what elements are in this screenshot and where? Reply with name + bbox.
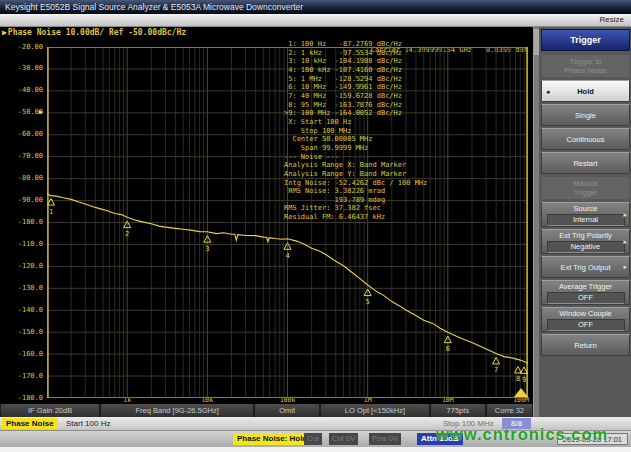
- readout-line: X: Start 100 Hz: [284, 118, 427, 127]
- x-axis-tick-label: 1k: [123, 397, 131, 404]
- readout-line: 193.789 mdeg: [284, 196, 427, 205]
- menu-item-value: Internal: [547, 214, 625, 226]
- svg-text:6: 6: [446, 345, 450, 353]
- menu-item-label: Phase Noise: [564, 66, 607, 75]
- trace-header: ▶Phase Noise 10.00dB/ Ref -50.00dBc/Hz: [2, 28, 186, 37]
- watermark-text: www.cntronics.com: [436, 425, 608, 444]
- svg-text:2: 2: [125, 230, 129, 238]
- menu-scrollbar[interactable]: [534, 27, 539, 417]
- y-axis-tick-label: -150.0: [0, 329, 43, 336]
- svg-text:3: 3: [205, 245, 209, 253]
- start-frequency-label: Start 100 Hz: [66, 418, 110, 429]
- readout-line: 2: 1 kHz -97.5534 dBc/Hz: [284, 49, 427, 58]
- y-axis-tick-label: -180.0: [0, 395, 43, 402]
- menu-item-window-couple[interactable]: Window CoupleOFF: [541, 307, 630, 332]
- menu-scrollbar-thumb[interactable]: [534, 29, 539, 55]
- svg-text:4: 4: [285, 252, 289, 260]
- menu-item-average-trigger[interactable]: Average TriggerOFF: [541, 280, 630, 305]
- menu-items: Trigger toPhase Noise●HoldSingleContinuo…: [541, 54, 630, 356]
- readout-line: RMS Noise: 3.38226 mrad: [284, 187, 427, 196]
- y-axis-tick-label: -120.0: [0, 263, 43, 270]
- y-axis-tick-label: -80.00: [0, 175, 43, 182]
- ref-level-arrow-icon: ▶: [0, 109, 43, 116]
- instrument-screen: ▶Phase Noise 10.00dB/ Ref -50.00dBc/Hz C…: [0, 27, 533, 417]
- status-segment-lo-opt-150khz: LO Opt [<150kHz]: [321, 404, 429, 417]
- svg-text:8: 8: [516, 375, 520, 383]
- status-segment-corre-32: Corre 32: [487, 404, 532, 417]
- readout-line: RMS Jitter: 37.382 fsec: [284, 204, 427, 213]
- svg-text:1: 1: [49, 208, 53, 216]
- measurement-status-row: IF Gain 20dBFreq Band [9G-26.5GHz]OmitLO…: [0, 404, 533, 417]
- status-segment-freq-band-9g-26-5ghz: Freq Band [9G-26.5GHz]: [101, 404, 253, 417]
- active-trace-arrow-icon: ▶: [2, 28, 7, 37]
- window-title-bar: Keysight E5052B Signal Source Analyzer &…: [0, 0, 631, 14]
- menu-item-label: Trigger: [574, 188, 597, 197]
- readout-line: Analysis Range X: Band Marker: [284, 161, 427, 170]
- resize-bar: Resize: [0, 14, 631, 27]
- status-segment-if-gain-20db: IF Gain 20dB: [1, 404, 99, 417]
- marker-readout-block: 1: 100 Hz -87.2769 dBc/Hz 2: 1 kHz -97.5…: [284, 40, 427, 222]
- power-voltage-badge: Pow 0V: [369, 433, 401, 445]
- readout-line: 3: 10 kHz -104.1988 dBc/Hz: [284, 57, 427, 66]
- menu-item-label: Return: [574, 341, 597, 350]
- menu-item-label: Hold: [577, 87, 594, 96]
- menu-item-label: Manual: [573, 179, 598, 188]
- application-window: Keysight E5052B Signal Source Analyzer &…: [0, 0, 631, 452]
- y-axis-tick-label: -110.0: [0, 241, 43, 248]
- readout-line: --- Noise ---: [284, 153, 427, 162]
- readout-line: 1: 100 Hz -87.2769 dBc/Hz: [284, 40, 427, 49]
- trace-scale-label: Phase Noise 10.00dB/ Ref -50.00dBc/Hz: [8, 28, 186, 37]
- x-axis-tick-label: 10M: [442, 397, 454, 404]
- menu-item-value: Negative: [547, 241, 625, 253]
- y-axis-tick-label: -90.00: [0, 197, 43, 204]
- menu-item-restart[interactable]: Restart: [541, 152, 630, 174]
- y-axis-tick-label: -170.0: [0, 373, 43, 380]
- y-axis-tick-label: -20.00: [0, 44, 43, 51]
- svg-text:9: 9: [522, 376, 526, 384]
- menu-item-return[interactable]: Return: [541, 334, 630, 356]
- menu-item-label: Average Trigger: [559, 282, 612, 291]
- x-axis-tick-label: 100M: [513, 397, 529, 404]
- menu-item-label: Trigger to: [570, 57, 602, 66]
- menu-item-hold[interactable]: ●Hold: [541, 80, 630, 102]
- x-axis-tick-label: 100k: [280, 397, 296, 404]
- softkey-menu-panel: Trigger Trigger toPhase Noise●HoldSingle…: [533, 27, 631, 417]
- y-axis-tick-label: -160.0: [0, 351, 43, 358]
- resize-button[interactable]: Resize: [600, 14, 624, 26]
- readout-line: Analysis Range Y: Band Marker: [284, 170, 427, 179]
- menu-item-ext-trig-polarity[interactable]: Ext Trig PolarityNegative▸: [541, 229, 630, 254]
- svg-text:7: 7: [494, 366, 498, 374]
- selected-bullet-icon: ●: [546, 88, 550, 95]
- menu-item-label: Restart: [573, 159, 597, 168]
- y-axis-tick-label: -30.00: [0, 65, 43, 72]
- readout-line: Span 99.9999 MHz: [284, 144, 427, 153]
- readout-line: 6: 10 MHz -149.9961 dBc/Hz: [284, 83, 427, 92]
- readout-line: Residual FM: 6.46437 kHz: [284, 213, 427, 222]
- readout-line: >9: 100 MHz -164.0052 dBc/Hz: [284, 109, 427, 118]
- y-axis-tick-label: -60.00: [0, 131, 43, 138]
- menu-item-manual-trigger: ManualTrigger: [541, 176, 630, 200]
- menu-item-single[interactable]: Single: [541, 104, 630, 126]
- submenu-arrow-icon: ▸: [623, 211, 627, 219]
- menu-item-trigger-to-phase-noise: Trigger toPhase Noise: [541, 54, 630, 78]
- svg-text:5: 5: [366, 298, 370, 306]
- submenu-arrow-icon: ▸: [623, 238, 627, 246]
- menu-item-source[interactable]: SourceInternal▸: [541, 202, 630, 227]
- submenu-arrow-icon: ▸: [623, 263, 627, 271]
- readout-line: Intg Noise: -52.4262 dBc / 100 MHz: [284, 179, 427, 188]
- status-segment-omit: Omit: [255, 404, 319, 417]
- menu-item-continuous[interactable]: Continuous: [541, 128, 630, 150]
- phase-noise-tab[interactable]: Phase Noise: [2, 418, 58, 429]
- correction-badge: Cor: [304, 433, 322, 445]
- y-axis-tick-label: -70.00: [0, 153, 43, 160]
- menu-item-label: Continuous: [567, 135, 605, 144]
- measurement-state-badge: Phase Noise: Hold: [233, 433, 311, 445]
- x-axis-tick-label: 1M: [364, 397, 372, 404]
- menu-item-ext-trig-output[interactable]: Ext Trig Output▸: [541, 256, 630, 278]
- control-voltage-badge: Cnt 0V: [329, 433, 358, 445]
- y-axis-tick-label: -40.00: [0, 87, 43, 94]
- menu-item-label: Ext Trig Output: [560, 263, 610, 272]
- menu-item-label: Single: [575, 111, 596, 120]
- bottom-strip: [0, 447, 631, 452]
- x-axis-tick-label: 10k: [201, 397, 213, 404]
